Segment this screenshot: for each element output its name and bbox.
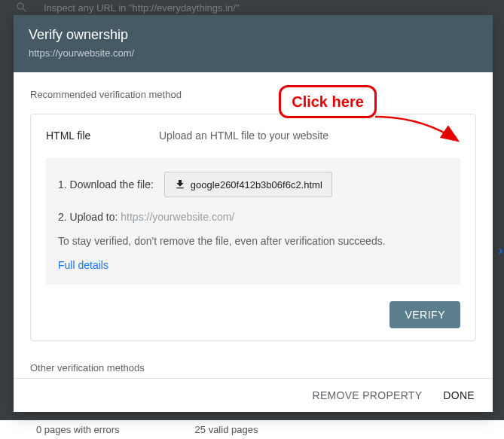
dialog-header: Verify ownership https://yourwebsite.com…	[14, 15, 493, 72]
step-2: 2. Upload to: https://yourwebsite.com/	[58, 211, 448, 223]
card-header: HTML file Upload an HTML file to your we…	[46, 128, 460, 143]
recommended-label: Recommended verification method	[30, 89, 476, 100]
download-icon	[174, 178, 186, 191]
search-icon	[15, 1, 29, 14]
stay-verified-text: To stay verified, don't remove the file,…	[58, 235, 448, 247]
verify-button[interactable]: VERIFY	[389, 301, 460, 328]
download-file-button[interactable]: google260f412b3b06f6c2.html	[164, 172, 332, 197]
chevron-right-icon: ›	[499, 244, 502, 258]
instructions-panel: 1. Download the file: google260f412b3b06…	[46, 158, 460, 285]
backdrop-bottom: 0 pages with errors 25 valid pages	[0, 420, 504, 439]
search-bar: Inspect any URL in "http://everydaything…	[0, 0, 504, 15]
step-1: 1. Download the file: google260f412b3b06…	[58, 172, 448, 197]
verify-ownership-dialog: Verify ownership https://yourwebsite.com…	[14, 15, 493, 412]
dialog-footer: REMOVE PROPERTY DONE	[14, 378, 493, 412]
step1-label: 1. Download the file:	[58, 178, 154, 191]
dialog-body[interactable]: Recommended verification method HTML fil…	[14, 72, 493, 378]
step2-prefix: 2. Upload to:	[58, 211, 121, 223]
full-details-link[interactable]: Full details	[58, 259, 108, 271]
method-name: HTML file	[46, 130, 159, 142]
dialog-title: Verify ownership	[29, 27, 478, 43]
annotation-callout: Click here	[279, 85, 377, 118]
search-placeholder: Inspect any URL in "http://everydaything…	[44, 2, 240, 14]
remove-property-button[interactable]: REMOVE PROPERTY	[313, 389, 423, 401]
errors-count: 0 pages with errors	[36, 424, 120, 435]
method-description: Upload an HTML file to your website	[159, 130, 445, 142]
dialog-subtitle: https://yourwebsite.com/	[29, 47, 478, 59]
valid-count: 25 valid pages	[195, 424, 258, 435]
chevron-up-icon[interactable]	[445, 128, 460, 143]
other-methods-label: Other verification methods	[30, 362, 476, 373]
step2-url: https://yourwebsite.com/	[121, 211, 234, 223]
done-button[interactable]: DONE	[443, 389, 475, 401]
html-file-method-card: HTML file Upload an HTML file to your we…	[30, 114, 476, 341]
download-filename: google260f412b3b06f6c2.html	[191, 179, 322, 191]
